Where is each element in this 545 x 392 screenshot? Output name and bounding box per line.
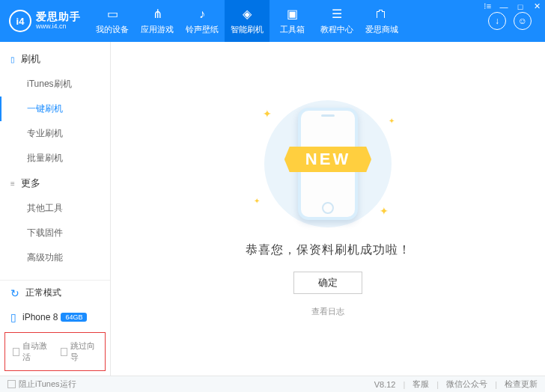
options-box: 自动激活 跳过向导 — [4, 332, 106, 371]
customer-service-link[interactable]: 客服 — [412, 379, 429, 390]
nav-my-device[interactable]: ▭我的设备 — [90, 0, 135, 42]
sidebar: ▯刷机 iTunes刷机 一键刷机 专业刷机 批量刷机 ≡更多 其他工具 下载固… — [0, 42, 111, 376]
settings-icon[interactable]: ⁝≡ — [482, 1, 493, 11]
success-message: 恭喜您，保资料刷机成功啦！ — [246, 242, 411, 258]
sidebar-item-batch-flash[interactable]: 批量刷机 — [0, 146, 110, 171]
success-illustration: ✦ ✦ ✦ ✦ NEW — [249, 100, 407, 227]
device-name: iPhone 8 — [22, 312, 58, 322]
sidebar-item-itunes-flash[interactable]: iTunes刷机 — [0, 72, 110, 97]
logo-url: www.i4.cn — [36, 23, 81, 31]
sparkle-icon: ✦ — [263, 108, 272, 120]
skip-wizard-checkbox[interactable]: 跳过向导 — [61, 340, 98, 363]
device-mode[interactable]: ↻正常模式 — [0, 281, 110, 305]
sidebar-item-advanced[interactable]: 高级功能 — [0, 245, 110, 270]
download-button[interactable]: ↓ — [488, 12, 506, 30]
device-info[interactable]: ▯ iPhone 8 64GB — [0, 305, 110, 329]
flash-icon: ◈ — [243, 7, 252, 21]
nav-tutorials[interactable]: ☰教程中心 — [314, 0, 359, 42]
maximize-button[interactable]: □ — [515, 2, 526, 11]
auto-activate-checkbox[interactable]: 自动激活 — [13, 340, 50, 363]
version-label: V8.12 — [374, 380, 396, 389]
check-update-link[interactable]: 检查更新 — [505, 379, 538, 390]
sidebar-item-pro-flash[interactable]: 专业刷机 — [0, 121, 110, 146]
block-itunes-checkbox[interactable]: 阻止iTunes运行 — [7, 379, 76, 390]
device-icon: ▯ — [10, 55, 15, 64]
nav-toolbox[interactable]: ▣工具箱 — [270, 0, 314, 42]
nav-apps[interactable]: ⋔应用游戏 — [135, 0, 180, 42]
close-button[interactable]: ✕ — [532, 1, 542, 11]
app-header: i4 爱思助手 www.i4.cn ▭我的设备 ⋔应用游戏 ♪铃声壁纸 ◈智能刷… — [0, 0, 545, 42]
sidebar-header-more[interactable]: ≡更多 — [0, 171, 110, 196]
wechat-link[interactable]: 微信公众号 — [446, 379, 487, 390]
user-button[interactable]: ☺ — [514, 12, 532, 30]
sidebar-header-flash[interactable]: ▯刷机 — [0, 46, 110, 72]
status-bar: 阻止iTunes运行 V8.12 | 客服 | 微信公众号 | 检查更新 — [0, 376, 545, 392]
window-controls: ⁝≡ — □ ✕ — [482, 1, 542, 11]
storage-badge: 64GB — [61, 313, 87, 322]
store-icon: ⛫ — [376, 7, 388, 21]
phone-icon: ▭ — [107, 7, 118, 21]
apps-icon: ⋔ — [153, 7, 162, 21]
sparkle-icon: ✦ — [380, 205, 389, 217]
sparkle-icon: ✦ — [389, 117, 395, 125]
sidebar-item-oneclick-flash[interactable]: 一键刷机 — [0, 97, 110, 121]
menu-icon: ≡ — [10, 180, 15, 188]
book-icon: ☰ — [332, 7, 342, 21]
ok-button[interactable]: 确定 — [293, 272, 362, 294]
toolbox-icon: ▣ — [287, 7, 298, 21]
sparkle-icon: ✦ — [254, 197, 260, 205]
refresh-icon: ↻ — [10, 287, 19, 299]
nav-ringtones[interactable]: ♪铃声壁纸 — [180, 0, 225, 42]
main-nav: ▭我的设备 ⋔应用游戏 ♪铃声壁纸 ◈智能刷机 ▣工具箱 ☰教程中心 ⛫爱思商城 — [90, 0, 404, 42]
view-log-link[interactable]: 查看日志 — [311, 306, 344, 317]
new-ribbon: NEW — [284, 147, 371, 172]
nav-flash[interactable]: ◈智能刷机 — [225, 0, 270, 42]
ringtone-icon: ♪ — [199, 7, 205, 21]
logo: i4 爱思助手 www.i4.cn — [0, 10, 90, 32]
logo-title: 爱思助手 — [36, 11, 81, 22]
sidebar-item-download-firmware[interactable]: 下载固件 — [0, 221, 110, 245]
logo-icon: i4 — [9, 10, 31, 32]
nav-store[interactable]: ⛫爱思商城 — [359, 0, 404, 42]
minimize-button[interactable]: — — [499, 2, 509, 11]
phone-small-icon: ▯ — [10, 311, 16, 323]
sidebar-item-other-tools[interactable]: 其他工具 — [0, 196, 110, 221]
main-content: ✦ ✦ ✦ ✦ NEW 恭喜您，保资料刷机成功啦！ 确定 查看日志 — [111, 42, 545, 376]
